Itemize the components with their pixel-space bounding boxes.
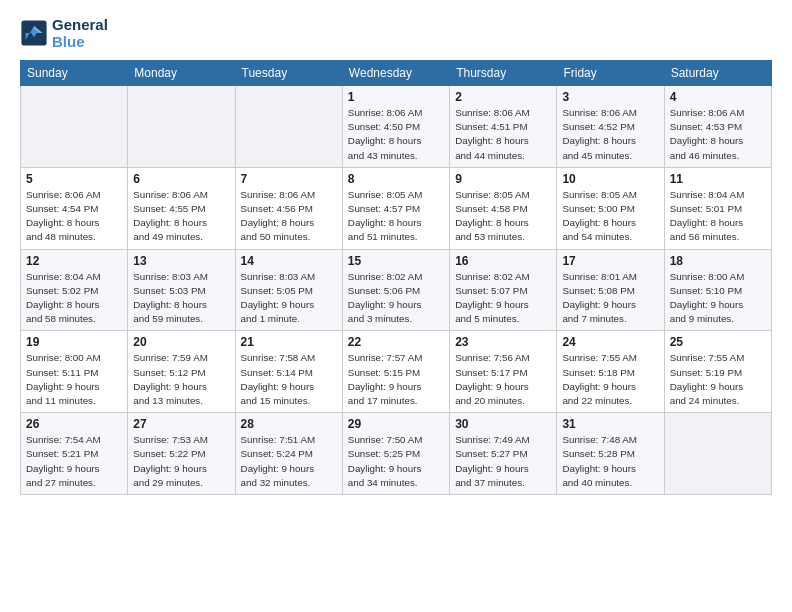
day-info: Sunrise: 8:06 AMSunset: 4:56 PMDaylight:… [241, 188, 337, 245]
weekday-header-monday: Monday [128, 61, 235, 86]
day-number: 29 [348, 417, 444, 431]
day-number: 20 [133, 335, 229, 349]
logo: General Blue [20, 16, 108, 50]
calendar-cell: 30Sunrise: 7:49 AMSunset: 5:27 PMDayligh… [450, 413, 557, 495]
day-info: Sunrise: 8:00 AMSunset: 5:11 PMDaylight:… [26, 351, 122, 408]
day-number: 15 [348, 254, 444, 268]
day-info: Sunrise: 7:54 AMSunset: 5:21 PMDaylight:… [26, 433, 122, 490]
day-info: Sunrise: 7:51 AMSunset: 5:24 PMDaylight:… [241, 433, 337, 490]
calendar-cell: 27Sunrise: 7:53 AMSunset: 5:22 PMDayligh… [128, 413, 235, 495]
day-info: Sunrise: 8:06 AMSunset: 4:53 PMDaylight:… [670, 106, 766, 163]
day-info: Sunrise: 7:56 AMSunset: 5:17 PMDaylight:… [455, 351, 551, 408]
calendar-cell: 9Sunrise: 8:05 AMSunset: 4:58 PMDaylight… [450, 167, 557, 249]
day-number: 21 [241, 335, 337, 349]
day-info: Sunrise: 7:55 AMSunset: 5:18 PMDaylight:… [562, 351, 658, 408]
calendar-cell: 25Sunrise: 7:55 AMSunset: 5:19 PMDayligh… [664, 331, 771, 413]
week-row-2: 5Sunrise: 8:06 AMSunset: 4:54 PMDaylight… [21, 167, 772, 249]
calendar-cell: 20Sunrise: 7:59 AMSunset: 5:12 PMDayligh… [128, 331, 235, 413]
day-info: Sunrise: 7:55 AMSunset: 5:19 PMDaylight:… [670, 351, 766, 408]
day-info: Sunrise: 8:03 AMSunset: 5:03 PMDaylight:… [133, 270, 229, 327]
weekday-header-row: SundayMondayTuesdayWednesdayThursdayFrid… [21, 61, 772, 86]
day-number: 27 [133, 417, 229, 431]
day-number: 2 [455, 90, 551, 104]
calendar-cell: 21Sunrise: 7:58 AMSunset: 5:14 PMDayligh… [235, 331, 342, 413]
calendar-cell: 22Sunrise: 7:57 AMSunset: 5:15 PMDayligh… [342, 331, 449, 413]
weekday-header-wednesday: Wednesday [342, 61, 449, 86]
day-info: Sunrise: 7:59 AMSunset: 5:12 PMDaylight:… [133, 351, 229, 408]
day-number: 11 [670, 172, 766, 186]
calendar-cell: 6Sunrise: 8:06 AMSunset: 4:55 PMDaylight… [128, 167, 235, 249]
day-number: 26 [26, 417, 122, 431]
calendar-cell: 7Sunrise: 8:06 AMSunset: 4:56 PMDaylight… [235, 167, 342, 249]
calendar-cell: 4Sunrise: 8:06 AMSunset: 4:53 PMDaylight… [664, 86, 771, 168]
day-info: Sunrise: 7:49 AMSunset: 5:27 PMDaylight:… [455, 433, 551, 490]
page: General Blue SundayMondayTuesdayWednesda… [0, 0, 792, 612]
day-number: 31 [562, 417, 658, 431]
calendar-cell: 29Sunrise: 7:50 AMSunset: 5:25 PMDayligh… [342, 413, 449, 495]
weekday-header-saturday: Saturday [664, 61, 771, 86]
weekday-header-friday: Friday [557, 61, 664, 86]
weekday-header-sunday: Sunday [21, 61, 128, 86]
calendar-cell: 5Sunrise: 8:06 AMSunset: 4:54 PMDaylight… [21, 167, 128, 249]
day-info: Sunrise: 8:05 AMSunset: 5:00 PMDaylight:… [562, 188, 658, 245]
day-number: 10 [562, 172, 658, 186]
day-number: 23 [455, 335, 551, 349]
calendar-cell: 18Sunrise: 8:00 AMSunset: 5:10 PMDayligh… [664, 249, 771, 331]
calendar-cell: 26Sunrise: 7:54 AMSunset: 5:21 PMDayligh… [21, 413, 128, 495]
week-row-5: 26Sunrise: 7:54 AMSunset: 5:21 PMDayligh… [21, 413, 772, 495]
day-number: 19 [26, 335, 122, 349]
calendar-cell: 31Sunrise: 7:48 AMSunset: 5:28 PMDayligh… [557, 413, 664, 495]
calendar-cell [235, 86, 342, 168]
day-number: 25 [670, 335, 766, 349]
week-row-4: 19Sunrise: 8:00 AMSunset: 5:11 PMDayligh… [21, 331, 772, 413]
calendar-cell: 11Sunrise: 8:04 AMSunset: 5:01 PMDayligh… [664, 167, 771, 249]
day-info: Sunrise: 8:05 AMSunset: 4:57 PMDaylight:… [348, 188, 444, 245]
day-number: 5 [26, 172, 122, 186]
calendar-cell [21, 86, 128, 168]
day-info: Sunrise: 8:06 AMSunset: 4:55 PMDaylight:… [133, 188, 229, 245]
day-info: Sunrise: 7:50 AMSunset: 5:25 PMDaylight:… [348, 433, 444, 490]
calendar-cell: 1Sunrise: 8:06 AMSunset: 4:50 PMDaylight… [342, 86, 449, 168]
calendar-cell: 15Sunrise: 8:02 AMSunset: 5:06 PMDayligh… [342, 249, 449, 331]
calendar-cell [664, 413, 771, 495]
day-number: 22 [348, 335, 444, 349]
logo-icon [20, 19, 48, 47]
day-info: Sunrise: 8:04 AMSunset: 5:01 PMDaylight:… [670, 188, 766, 245]
logo-text: General Blue [52, 16, 108, 50]
calendar-cell: 3Sunrise: 8:06 AMSunset: 4:52 PMDaylight… [557, 86, 664, 168]
day-info: Sunrise: 8:03 AMSunset: 5:05 PMDaylight:… [241, 270, 337, 327]
day-number: 12 [26, 254, 122, 268]
day-info: Sunrise: 8:02 AMSunset: 5:07 PMDaylight:… [455, 270, 551, 327]
day-info: Sunrise: 7:58 AMSunset: 5:14 PMDaylight:… [241, 351, 337, 408]
calendar-cell: 17Sunrise: 8:01 AMSunset: 5:08 PMDayligh… [557, 249, 664, 331]
day-info: Sunrise: 8:05 AMSunset: 4:58 PMDaylight:… [455, 188, 551, 245]
day-number: 8 [348, 172, 444, 186]
calendar-cell [128, 86, 235, 168]
calendar-cell: 2Sunrise: 8:06 AMSunset: 4:51 PMDaylight… [450, 86, 557, 168]
day-info: Sunrise: 7:48 AMSunset: 5:28 PMDaylight:… [562, 433, 658, 490]
day-info: Sunrise: 8:00 AMSunset: 5:10 PMDaylight:… [670, 270, 766, 327]
day-number: 18 [670, 254, 766, 268]
calendar-cell: 12Sunrise: 8:04 AMSunset: 5:02 PMDayligh… [21, 249, 128, 331]
week-row-1: 1Sunrise: 8:06 AMSunset: 4:50 PMDaylight… [21, 86, 772, 168]
calendar-cell: 23Sunrise: 7:56 AMSunset: 5:17 PMDayligh… [450, 331, 557, 413]
weekday-header-tuesday: Tuesday [235, 61, 342, 86]
day-info: Sunrise: 8:06 AMSunset: 4:51 PMDaylight:… [455, 106, 551, 163]
calendar-cell: 8Sunrise: 8:05 AMSunset: 4:57 PMDaylight… [342, 167, 449, 249]
day-number: 30 [455, 417, 551, 431]
calendar-cell: 19Sunrise: 8:00 AMSunset: 5:11 PMDayligh… [21, 331, 128, 413]
header: General Blue [20, 16, 772, 50]
calendar-cell: 14Sunrise: 8:03 AMSunset: 5:05 PMDayligh… [235, 249, 342, 331]
calendar-cell: 16Sunrise: 8:02 AMSunset: 5:07 PMDayligh… [450, 249, 557, 331]
day-info: Sunrise: 8:04 AMSunset: 5:02 PMDaylight:… [26, 270, 122, 327]
day-number: 4 [670, 90, 766, 104]
calendar-cell: 10Sunrise: 8:05 AMSunset: 5:00 PMDayligh… [557, 167, 664, 249]
day-number: 6 [133, 172, 229, 186]
calendar-table: SundayMondayTuesdayWednesdayThursdayFrid… [20, 60, 772, 495]
day-number: 14 [241, 254, 337, 268]
calendar-cell: 13Sunrise: 8:03 AMSunset: 5:03 PMDayligh… [128, 249, 235, 331]
day-number: 1 [348, 90, 444, 104]
weekday-header-thursday: Thursday [450, 61, 557, 86]
day-info: Sunrise: 8:06 AMSunset: 4:52 PMDaylight:… [562, 106, 658, 163]
day-number: 28 [241, 417, 337, 431]
